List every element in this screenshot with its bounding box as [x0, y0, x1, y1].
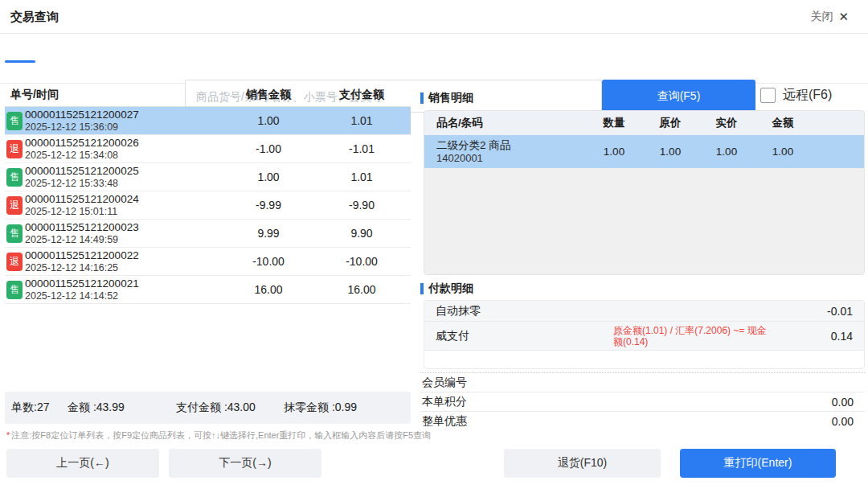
close-button[interactable]: 关闭 ✕ — [810, 10, 849, 24]
sale-detail-row[interactable]: 二级分类2 商品 14020001 1.00 1.00 1.00 1.00 — [424, 135, 864, 168]
order-type-badge: 售 — [6, 281, 23, 299]
order-datetime: 2025-12-12 15:36:09 — [25, 121, 224, 134]
order-pay-amount: 16.00 — [313, 283, 411, 296]
reprint-button[interactable]: 重打印(Enter) — [680, 449, 836, 478]
order-type-badge: 售 — [6, 168, 23, 187]
order-row[interactable]: 退 0000011525121200026 2025-12-12 15:34:0… — [5, 135, 411, 163]
close-icon: ✕ — [838, 10, 849, 24]
payment-exchange-note: 原金额(1.01) / 汇率(7.2006) ~= 现金额(0.14) — [613, 325, 774, 347]
note-text: 注意:按F8定位订单列表，按F9定位商品列表，可按↑↓键选择行,Enter重打印… — [11, 430, 431, 440]
order-info: 0000011525121200026 2025-12-12 15:34:08 — [23, 137, 224, 162]
orders-col-order-time: 单号/时间 — [5, 88, 224, 102]
member-info-row: 本单积分 0.00 — [420, 392, 865, 412]
payment-detail-title: 付款明细 — [428, 281, 473, 296]
col-actual-price: 实价 — [698, 116, 755, 130]
order-datetime: 2025-12-12 15:01:11 — [25, 206, 224, 218]
orders-list: 售 0000011525121200027 2025-12-12 15:36:0… — [5, 107, 411, 304]
order-sale-amount: 16.00 — [224, 283, 313, 296]
order-sale-amount: -1.00 — [224, 142, 313, 155]
product-amount: 1.00 — [755, 146, 811, 158]
order-row[interactable]: 退 0000011525121200024 2025-12-12 15:01:1… — [5, 191, 411, 220]
product-actual-price: 1.00 — [698, 146, 755, 158]
order-info: 0000011525121200025 2025-12-12 15:33:48 — [23, 165, 224, 190]
order-pay-amount: 1.01 — [313, 114, 411, 127]
member-info-row: 会员编号 — [420, 373, 865, 392]
section-accent-bar — [420, 283, 424, 294]
order-info: 0000011525121200023 2025-12-12 14:49:59 — [23, 221, 224, 246]
order-datetime: 2025-12-12 14:49:59 — [25, 234, 224, 246]
orders-empty-space — [5, 304, 411, 392]
product-name-barcode: 二级分类2 商品 14020001 — [424, 139, 586, 164]
product-quantity: 1.00 — [586, 146, 642, 158]
order-number: 0000011525121200026 — [25, 137, 224, 150]
product-original-price: 1.00 — [642, 146, 698, 158]
order-number: 0000011525121200023 — [25, 221, 224, 234]
orders-summary-bar: 单数:27 金额 :43.99 支付金额 :43.00 抹零金额 :0.99 — [5, 392, 411, 424]
order-row[interactable]: 退 0000011525121200022 2025-12-12 14:16:2… — [5, 248, 411, 276]
section-accent-bar — [420, 92, 424, 104]
next-page-button[interactable]: 下一页(→) — [169, 449, 321, 478]
orders-panel: 单号/时间 销售金额 支付金额 售 0000011525121200027 20… — [5, 84, 411, 442]
order-number: 0000011525121200025 — [25, 165, 224, 178]
member-field-label: 会员编号 — [420, 376, 467, 390]
order-sale-amount: 9.99 — [224, 227, 313, 240]
page-title: 交易查询 — [10, 10, 59, 25]
order-datetime: 2025-12-12 14:16:25 — [25, 262, 224, 274]
order-sale-amount: 1.00 — [224, 171, 313, 183]
sale-detail-section-label: 销售明细 — [420, 90, 865, 106]
order-row[interactable]: 售 0000011525121200025 2025-12-12 15:33:4… — [5, 163, 411, 191]
order-info: 0000011525121200021 2025-12-12 14:14:52 — [23, 277, 224, 302]
order-row[interactable]: 售 0000011525121200021 2025-12-12 14:14:5… — [5, 276, 411, 304]
orders-col-pay-amount: 支付金额 — [313, 88, 411, 102]
order-sale-amount: -10.00 — [224, 255, 313, 268]
payment-method: 自动抹零 — [424, 304, 481, 318]
col-quantity: 数量 — [586, 116, 642, 130]
col-product-barcode: 品名/条码 — [424, 116, 586, 130]
payment-row: 自动抹零 -0.01 — [424, 301, 864, 322]
order-number: 0000011525121200021 — [25, 277, 224, 290]
summary-total-amount: 金额 :43.99 — [68, 401, 176, 415]
summary-rounding-amount: 抹零金额 :0.99 — [284, 401, 357, 415]
order-datetime: 2025-12-12 15:34:08 — [25, 150, 224, 162]
refund-button[interactable]: 退货(F10) — [504, 449, 661, 478]
detail-panel: 销售明细 品名/条码 数量 原价 实价 金额 二级分类2 商品 14020001… — [420, 84, 865, 430]
order-type-badge: 退 — [6, 253, 23, 271]
member-field-value: 0.00 — [832, 396, 865, 409]
payment-method: 威支付 — [424, 329, 469, 343]
order-type-badge: 售 — [6, 112, 23, 130]
orders-header: 单号/时间 销售金额 支付金额 — [5, 84, 411, 107]
order-datetime: 2025-12-12 15:33:48 — [25, 178, 224, 190]
sale-detail-table: 品名/条码 数量 原价 实价 金额 二级分类2 商品 14020001 1.00… — [424, 110, 865, 275]
product-barcode: 14020001 — [436, 152, 586, 164]
order-info: 0000011525121200024 2025-12-12 15:01:11 — [23, 193, 224, 218]
payment-detail-section-label: 付款明细 — [420, 281, 865, 297]
prev-page-button[interactable]: 上一页(←) — [6, 449, 159, 478]
order-type-badge: 退 — [6, 196, 23, 215]
col-amount: 金额 — [755, 116, 811, 130]
member-info-row: 整单优惠 0.00 — [420, 412, 865, 430]
order-info: 0000011525121200022 2025-12-12 14:16:25 — [23, 249, 224, 274]
sale-detail-header: 品名/条码 数量 原价 实价 金额 — [424, 111, 864, 135]
summary-order-count: 单数:27 — [11, 401, 68, 415]
order-row[interactable]: 售 0000011525121200023 2025-12-12 14:49:5… — [5, 220, 411, 248]
order-pay-amount: -9.90 — [313, 199, 411, 212]
order-sale-amount: 1.00 — [224, 114, 313, 127]
member-field-label: 本单积分 — [420, 395, 467, 409]
order-pay-amount: 9.90 — [313, 227, 411, 240]
close-label: 关闭 — [810, 10, 833, 24]
note-asterisk: * — [6, 430, 10, 440]
summary-paid-amount: 支付金额 :43.00 — [176, 401, 284, 415]
payment-detail-table: 自动抹零 -0.01 威支付 原金额(1.01) / 汇率(7.2006) ~=… — [424, 300, 865, 369]
order-pay-amount: -10.00 — [313, 255, 411, 268]
payment-amount: 0.14 — [831, 330, 864, 343]
payment-amount: -0.01 — [827, 305, 864, 318]
order-datetime: 2025-12-12 14:14:52 — [25, 290, 224, 302]
order-pay-amount: -1.01 — [313, 142, 411, 155]
payment-row: 威支付 原金额(1.01) / 汇率(7.2006) ~= 现金额(0.14) … — [424, 322, 864, 351]
order-row[interactable]: 售 0000011525121200027 2025-12-12 15:36:0… — [5, 107, 411, 135]
order-info: 0000011525121200027 2025-12-12 15:36:09 — [23, 109, 224, 134]
product-name: 二级分类2 商品 — [436, 139, 586, 152]
keyboard-hint-note: *注意:按F8定位订单列表，按F9定位商品列表，可按↑↓键选择行,Enter重打… — [5, 429, 411, 442]
order-type-badge: 退 — [6, 140, 23, 158]
sale-detail-rows: 二级分类2 商品 14020001 1.00 1.00 1.00 1.00 — [424, 135, 864, 168]
